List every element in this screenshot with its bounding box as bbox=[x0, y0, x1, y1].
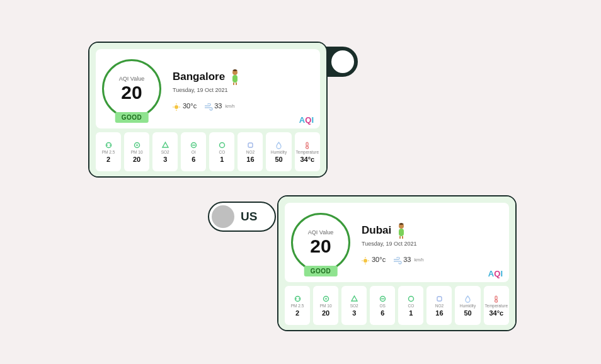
city-row: Dubai bbox=[362, 222, 503, 239]
metric-label: CO bbox=[408, 304, 414, 308]
metric-icon bbox=[105, 140, 113, 149]
wind-value: 33 bbox=[403, 256, 411, 263]
aqi-logo: AQI bbox=[488, 269, 503, 278]
metric-tile: OI6 bbox=[181, 132, 206, 171]
metric-value: 50 bbox=[275, 156, 282, 163]
toggle-label-us: US bbox=[241, 210, 257, 224]
metrics-row: PM 2.52PM 1020SO23OI6CO1NO216Humidity50T… bbox=[89, 132, 326, 176]
metric-value: 20 bbox=[133, 156, 140, 163]
svg-rect-17 bbox=[306, 142, 308, 146]
metric-icon bbox=[350, 294, 358, 302]
svg-point-15 bbox=[219, 143, 224, 148]
card-inner: AQI Value 20 GOOD Bangalore Tuesday, 19 … bbox=[89, 43, 326, 176]
aqi-gauge: AQI Value 20 GOOD bbox=[102, 59, 161, 118]
metric-label: SO2 bbox=[161, 150, 169, 154]
aqi-label: AQI Value bbox=[119, 76, 144, 82]
date-text: Tuesday, 19 Oct 2021 bbox=[362, 241, 503, 247]
metrics-row: PM 2.52PM 1020SO23OS6CO1NO216Humidity50T… bbox=[278, 286, 515, 330]
weather-row: 30°c 33 km/h bbox=[173, 102, 314, 110]
temp-value: 30°c bbox=[372, 256, 386, 263]
metric-label: PM 2.5 bbox=[102, 150, 115, 154]
metric-tile: PM 1020 bbox=[124, 132, 149, 171]
svg-rect-20 bbox=[399, 229, 404, 236]
metric-value: 20 bbox=[322, 309, 329, 317]
toggle-region-us[interactable]: US bbox=[208, 202, 276, 232]
wind-unit: km/h bbox=[225, 104, 234, 108]
metric-value: 50 bbox=[464, 309, 471, 317]
toggle-knob bbox=[212, 205, 234, 228]
weather-row: 30°c 33 km/h bbox=[362, 256, 503, 263]
metric-value: 16 bbox=[246, 156, 254, 163]
sun-icon bbox=[173, 102, 180, 110]
metric-tile: PM 1020 bbox=[313, 286, 338, 325]
metric-tile: SO23 bbox=[152, 132, 178, 171]
svg-rect-21 bbox=[399, 236, 401, 239]
svg-rect-35 bbox=[437, 297, 442, 301]
aqi-status-badge: GOOD bbox=[115, 112, 149, 123]
svg-rect-36 bbox=[495, 296, 497, 300]
metric-tile: Humidity50 bbox=[455, 286, 480, 325]
toggle-knob bbox=[331, 50, 354, 73]
wind-value: 33 bbox=[214, 102, 222, 110]
metric-label: OS bbox=[380, 304, 386, 308]
svg-point-30 bbox=[299, 299, 300, 300]
aqi-card-bangalore: AQI Value 20 GOOD Bangalore Tuesday, 19 … bbox=[88, 42, 328, 178]
temp-item: 30°c bbox=[362, 256, 386, 263]
aqi-value: 20 bbox=[121, 83, 142, 102]
svg-point-29 bbox=[295, 299, 297, 300]
svg-point-34 bbox=[408, 297, 413, 302]
wind-item: 33 km/h bbox=[204, 102, 234, 110]
metric-value: 3 bbox=[163, 156, 167, 163]
avatar-icon bbox=[395, 222, 408, 239]
city-block: Dubai Tuesday, 19 Oct 2021 30°c bbox=[362, 222, 503, 263]
metric-label: OI bbox=[192, 150, 196, 154]
metric-value: 6 bbox=[381, 309, 384, 317]
card-hero: AQI Value 20 GOOD Dubai Tuesday, 19 Oct … bbox=[285, 203, 509, 282]
metric-label: Temperature bbox=[296, 150, 319, 154]
svg-point-13 bbox=[136, 144, 138, 146]
svg-point-4 bbox=[175, 105, 178, 109]
date-text: Tuesday, 19 Oct 2021 bbox=[173, 87, 314, 93]
metric-icon bbox=[133, 140, 141, 149]
temp-item: 30°c bbox=[173, 102, 197, 110]
metric-icon bbox=[407, 294, 415, 302]
metric-tile: Temperature34°c bbox=[484, 286, 510, 325]
metric-tile: NO216 bbox=[238, 132, 263, 171]
wind-icon bbox=[204, 102, 212, 110]
aqi-logo: AQI bbox=[299, 115, 314, 125]
svg-point-11 bbox=[110, 145, 111, 146]
metric-label: NO2 bbox=[435, 304, 444, 308]
aqi-card-dubai: AQI Value 20 GOOD Dubai Tuesday, 19 Oct … bbox=[277, 195, 517, 331]
metric-value: 2 bbox=[106, 156, 110, 163]
aqi-label: AQI Value bbox=[308, 229, 333, 236]
svg-point-10 bbox=[106, 145, 108, 146]
metric-tile: OS6 bbox=[370, 286, 395, 325]
card-hero: AQI Value 20 GOOD Bangalore Tuesday, 19 … bbox=[96, 49, 320, 128]
aqi-status-badge: GOOD bbox=[304, 266, 338, 276]
wind-unit: km/h bbox=[414, 258, 423, 262]
metric-tile: NO216 bbox=[426, 286, 452, 325]
svg-rect-16 bbox=[248, 143, 253, 147]
svg-rect-1 bbox=[232, 75, 238, 82]
svg-point-37 bbox=[495, 300, 498, 302]
metric-label: Temperature bbox=[485, 304, 508, 308]
metric-icon bbox=[464, 294, 472, 302]
metric-label: PM 2.5 bbox=[291, 304, 304, 308]
metric-label: SO2 bbox=[350, 304, 358, 308]
metric-icon bbox=[161, 140, 169, 149]
metric-value: 1 bbox=[409, 309, 413, 317]
metric-value: 1 bbox=[220, 156, 224, 163]
metric-tile: CO1 bbox=[398, 286, 423, 325]
avatar-icon bbox=[229, 68, 241, 86]
metric-label: CO bbox=[219, 150, 225, 154]
metric-value: 16 bbox=[435, 309, 443, 317]
metric-tile: CO1 bbox=[209, 132, 234, 171]
metric-icon bbox=[246, 140, 255, 149]
metric-value: 34°c bbox=[300, 156, 314, 163]
temp-value: 30°c bbox=[183, 102, 197, 110]
metric-icon bbox=[190, 140, 198, 149]
svg-rect-2 bbox=[233, 82, 234, 85]
metric-value: 3 bbox=[352, 309, 356, 317]
aqi-gauge: AQI Value 20 GOOD bbox=[291, 213, 350, 272]
city-block: Bangalore Tuesday, 19 Oct 2021 30°c bbox=[173, 68, 314, 110]
